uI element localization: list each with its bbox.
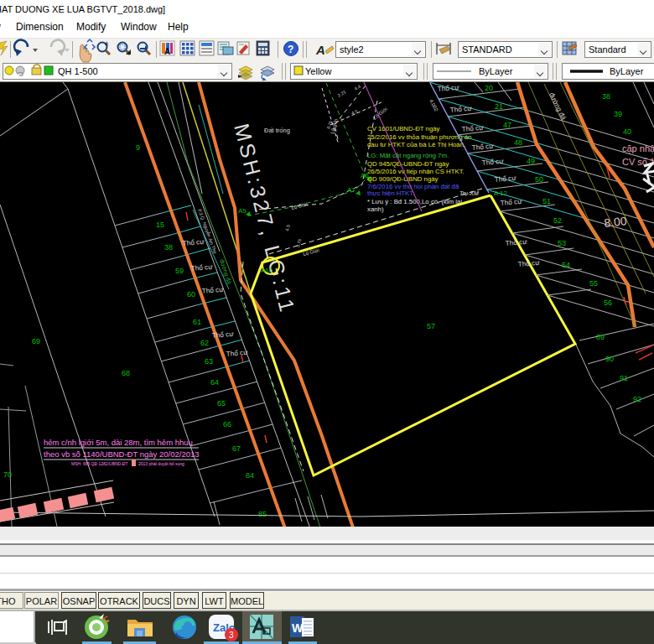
svg-text:* Lưu ý : Bđ 1.500,Lo có. (kim: * Lưu ý : Bđ 1.500,Lo có. (kim lai	[367, 198, 462, 205]
svg-text:48: 48	[514, 138, 522, 147]
svg-text:68: 68	[122, 369, 130, 377]
svg-text:xanh): xanh)	[367, 205, 384, 213]
svg-text:53: 53	[558, 239, 566, 247]
svg-text:65: 65	[217, 399, 226, 408]
svg-text:cặp nhậ: cặp nhậ	[622, 143, 654, 153]
svg-text:85: 85	[258, 510, 267, 518]
svg-text:47: 47	[503, 121, 511, 129]
svg-text:8.00: 8.00	[604, 214, 628, 230]
svg-text:MSH: 665 QĐ 1282/UBND-ĐT: MSH: 665 QĐ 1282/UBND-ĐT	[71, 461, 128, 466]
svg-text:Đất trống: Đất trống	[264, 127, 290, 134]
svg-text:84: 84	[246, 471, 254, 480]
svg-text:38: 38	[164, 243, 173, 252]
svg-text:39: 39	[614, 110, 622, 118]
svg-text:38: 38	[602, 92, 610, 101]
svg-text:90: 90	[605, 355, 614, 363]
svg-text:40: 40	[623, 127, 631, 136]
svg-text:đầu tư HTKT của bà Lê Thị Hoàn: đầu tư HTKT của bà Lê Thị Hoàn.	[367, 141, 465, 148]
svg-text:hẻm c/nh lgiới 5m, dài 28m, tì: hẻm c/nh lgiới 5m, dài 28m, tìm hẻm hhuu	[44, 438, 193, 447]
svg-text:3: 3	[229, 631, 234, 640]
svg-text:A7: A7	[347, 186, 356, 194]
svg-text:49: 49	[527, 157, 535, 165]
svg-text:59: 59	[175, 267, 184, 275]
svg-text:A10: A10	[261, 267, 273, 274]
svg-text:62: 62	[200, 339, 209, 347]
svg-text:?: ?	[288, 44, 293, 55]
svg-text:9: 9	[136, 143, 140, 152]
svg-text:theo vb số 1140/UBND-ĐT ngày 2: theo vb số 1140/UBND-ĐT ngày 20/02/2013	[44, 449, 200, 459]
svg-text:±: ±	[105, 39, 109, 47]
svg-text:Trụ-XM: Trụ-XM	[459, 190, 479, 196]
svg-text:15: 15	[156, 221, 164, 229]
svg-text:thực hiện HTKT.: thực hiện HTKT.	[367, 190, 414, 197]
svg-text:91: 91	[620, 374, 628, 382]
svg-text:QD 945/QĐ-UBND-ĐT ngày: QD 945/QĐ-UBND-ĐT ngày	[367, 160, 449, 168]
svg-text:92: 92	[633, 395, 641, 403]
svg-text:89: 89	[596, 333, 605, 341]
svg-text:CV 1601/UBND-ĐT ngày: CV 1601/UBND-ĐT ngày	[367, 125, 440, 132]
svg-text:61: 61	[193, 318, 201, 326]
svg-text:21: 21	[495, 102, 503, 111]
svg-text:55: 55	[589, 279, 598, 288]
svg-text:64: 64	[210, 378, 219, 387]
svg-text:A 12: A 12	[494, 190, 508, 197]
svg-text:69: 69	[32, 337, 40, 345]
svg-text:A: A	[315, 43, 325, 57]
svg-text:66: 66	[223, 420, 231, 428]
svg-text:56: 56	[604, 299, 612, 307]
svg-text:57: 57	[427, 322, 435, 330]
svg-text:LG: Mặt cắt ngang rộng 7m.: LG: Mặt cắt ngang rộng 7m.	[367, 152, 449, 159]
svg-text:26/5/2016 vv tiếp nhận CS HTKT: 26/5/2016 vv tiếp nhận CS HTKT.	[367, 168, 465, 175]
svg-text:A: A	[164, 47, 170, 56]
svg-text:60: 60	[187, 290, 195, 299]
svg-text:50: 50	[535, 175, 543, 184]
svg-text:2013 phải duyệt bổ sung: 2013 phải duyệt bổ sung	[138, 461, 184, 466]
svg-text:QD 909/QĐ-UBND ngày: QD 909/QĐ-UBND ngày	[367, 175, 439, 183]
svg-text:70: 70	[3, 470, 12, 479]
svg-text:63: 63	[205, 357, 213, 366]
svg-text:W: W	[292, 621, 304, 635]
svg-text:67: 67	[232, 444, 241, 453]
svg-text:51: 51	[542, 197, 551, 205]
svg-text:A9: A9	[238, 207, 247, 215]
svg-text:52: 52	[553, 216, 562, 225]
svg-text:54: 54	[562, 261, 570, 269]
svg-text:20: 20	[485, 84, 493, 92]
svg-text:25/2/2016 vv thỏa thuận phương: 25/2/2016 vv thỏa thuận phương án	[367, 133, 471, 141]
